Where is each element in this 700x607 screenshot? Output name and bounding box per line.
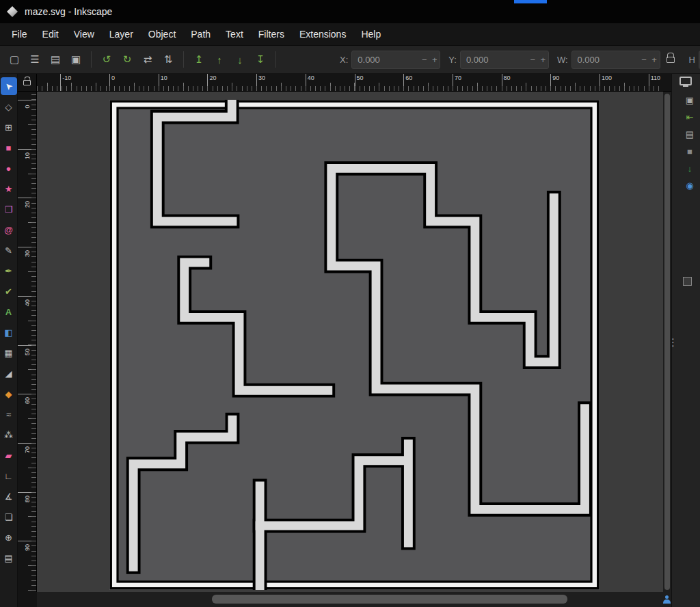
ruler-tick-label: 10	[161, 75, 167, 81]
menu-edit[interactable]: Edit	[35, 25, 66, 43]
tool-shape-builder[interactable]: ⊞	[1, 118, 17, 136]
toolbar-separator	[91, 51, 92, 68]
w-field[interactable]: 0.000−+	[571, 51, 660, 69]
tool-bezier-pen[interactable]: ✒	[1, 262, 17, 280]
raise-to-top-button[interactable]: ↥	[189, 49, 209, 70]
rotate-cw-button[interactable]: ↻	[117, 49, 137, 70]
dropper-icon: ◢	[5, 368, 12, 379]
ruler-tick-label: -10	[62, 75, 71, 81]
tool-xml-editor[interactable]: ▤	[1, 549, 17, 567]
maze-page[interactable]	[109, 100, 600, 590]
select-same-icon: ☰	[30, 53, 39, 66]
ruler-tick-label: 10	[24, 146, 31, 165]
tool-spiral[interactable]: @	[1, 221, 17, 239]
tool-dropper[interactable]: ◢	[1, 364, 17, 382]
tool-paint-bucket[interactable]: ◆	[1, 385, 17, 403]
text-icon: A	[5, 307, 12, 317]
accent-strip	[514, 0, 547, 3]
tool-selector[interactable]: ➤	[1, 77, 17, 95]
menu-file[interactable]: File	[4, 25, 35, 43]
lower-to-bottom-button[interactable]: ↧	[250, 49, 271, 70]
menu-extensions[interactable]: Extensions	[292, 25, 353, 43]
tool-node-editor[interactable]: ◇	[1, 98, 17, 116]
y-field-label: Y:	[448, 55, 457, 65]
tool-gradient[interactable]: ◧	[1, 323, 17, 341]
flip-horizontal-button[interactable]: ⇄	[137, 49, 158, 70]
tool-text[interactable]: A	[1, 303, 17, 321]
snap-page-icon[interactable]: ■	[682, 144, 697, 159]
snap-nodes-icon[interactable]: ⇤	[682, 109, 697, 124]
ruler-end	[663, 74, 671, 92]
menu-filters[interactable]: Filters	[251, 25, 292, 43]
xml-editor-icon: ▤	[4, 553, 12, 563]
x-field[interactable]: 0.000−+	[351, 51, 440, 69]
snap-settings-icon[interactable]: ◉	[682, 178, 697, 193]
rotate-ccw-button[interactable]: ↺	[96, 49, 117, 70]
snap-distribution-icon[interactable]: ↓	[682, 161, 697, 176]
lower-button[interactable]: ↓	[230, 49, 250, 70]
ruler-tick-label: 70	[24, 440, 31, 459]
tool-eraser[interactable]: ▰	[1, 446, 17, 464]
canvas-zone: -100102030405060708090100110 01020304050…	[18, 74, 671, 607]
snap-bbox-icon[interactable]: ▣	[682, 92, 697, 107]
y-field-increment[interactable]: +	[538, 55, 548, 65]
panel-resize-handle[interactable]: ⋮	[668, 336, 678, 349]
selection-frame-button[interactable]: ▣	[66, 49, 86, 70]
select-all-button[interactable]: ▢	[4, 49, 25, 70]
tool-measure[interactable]: ∡	[1, 487, 17, 505]
menu-text[interactable]: Text	[218, 25, 251, 43]
tool-pages[interactable]: ❏	[1, 508, 17, 526]
lock-ratio-icon[interactable]	[667, 57, 675, 63]
canvas[interactable]	[37, 92, 663, 592]
tool-mesh-gradient[interactable]: ▦	[1, 344, 17, 362]
snap-others-icon[interactable]: ▤	[682, 126, 697, 141]
ruler-corner[interactable]	[18, 74, 37, 92]
dock-mini-box[interactable]	[683, 277, 692, 286]
w-field-increment[interactable]: +	[649, 55, 660, 65]
select-same-button[interactable]: ☰	[25, 49, 45, 70]
vertical-ruler[interactable]: 0102030405060708090	[18, 92, 37, 592]
y-field[interactable]: 0.000−+	[460, 51, 549, 69]
deselect-button[interactable]: ▤	[45, 49, 66, 70]
x-field-increment[interactable]: +	[429, 55, 440, 65]
ruler-tick	[502, 74, 502, 91]
ruler-tick	[355, 74, 355, 91]
w-field-decrement[interactable]: −	[639, 55, 649, 65]
calligraphy-icon: ✔	[5, 286, 12, 297]
x-field-decrement[interactable]: −	[419, 55, 429, 65]
menu-help[interactable]: Help	[353, 25, 388, 43]
titlebar: maze.svg - Inkscape	[0, 0, 700, 23]
horizontal-scrollbar-thumb[interactable]	[212, 595, 567, 604]
horizontal-scrollbar[interactable]	[37, 592, 663, 607]
flip-vertical-button[interactable]: ⇅	[158, 49, 178, 70]
user-account-icon[interactable]	[663, 595, 671, 604]
menu-layer[interactable]: Layer	[102, 25, 141, 43]
tool-connector[interactable]: ∟	[1, 467, 17, 485]
raise-button[interactable]: ↑	[209, 49, 230, 70]
tool-calligraphy[interactable]: ✔	[1, 282, 17, 300]
tool-ellipse[interactable]: ●	[1, 159, 17, 177]
ruler-tick	[159, 74, 159, 91]
ruler-tick-label: 60	[405, 75, 412, 81]
display-icon[interactable]	[679, 77, 692, 85]
horizontal-ruler[interactable]: -100102030405060708090100110	[37, 74, 663, 92]
snap-settings-icon: ◉	[686, 180, 693, 191]
y-field-decrement[interactable]: −	[528, 55, 538, 65]
menu-view[interactable]: View	[66, 25, 102, 43]
tool-spray[interactable]: ⁂	[1, 426, 17, 444]
x-field-label: X:	[340, 55, 348, 65]
tool-box-3d[interactable]: ❒	[1, 200, 17, 218]
flip-horizontal-icon: ⇄	[144, 53, 152, 66]
menu-path[interactable]: Path	[183, 25, 218, 43]
tool-zoom[interactable]: ⊕	[1, 528, 17, 546]
measure-icon: ∡	[5, 491, 13, 502]
snap-bbox-icon: ▣	[686, 95, 694, 105]
tool-rectangle[interactable]: ■	[1, 139, 17, 157]
tool-star[interactable]: ★	[1, 180, 17, 198]
menu-object[interactable]: Object	[141, 25, 183, 43]
scroll-corner-right[interactable]	[663, 592, 671, 607]
guide-lock-icon[interactable]	[23, 80, 31, 85]
tool-tweak[interactable]: ≈	[1, 405, 17, 423]
h-field-label: H	[689, 55, 695, 65]
tool-pencil[interactable]: ✎	[1, 241, 17, 259]
